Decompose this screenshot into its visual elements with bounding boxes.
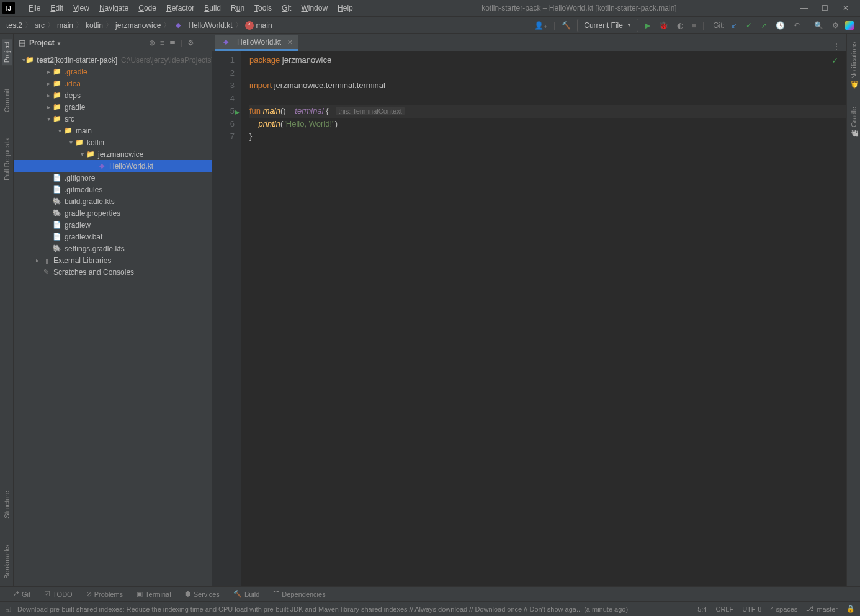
tree-item--gitmodules[interactable]: 📄.gitmodules <box>14 184 212 195</box>
run-icon[interactable]: ▶ <box>642 19 653 32</box>
status-message[interactable]: Download pre-built shared indexes: Reduc… <box>17 605 691 613</box>
tool-project[interactable]: Project <box>2 39 12 65</box>
btool-terminal[interactable]: ▣Terminal <box>130 588 177 600</box>
menu-tools[interactable]: Tools <box>249 1 277 15</box>
tool-notifications[interactable]: 🔔Notifications <box>848 39 859 92</box>
coverage-icon[interactable]: ◐ <box>674 19 686 32</box>
chevron-right-icon: 〉 <box>25 20 32 30</box>
caret-position[interactable]: 5:4 <box>697 605 707 613</box>
indent-settings[interactable]: 4 spaces <box>770 605 797 613</box>
run-gutter-icon[interactable]: ▶ <box>235 106 240 119</box>
ide-update-icon[interactable] <box>845 21 854 30</box>
tree-root[interactable]: ▾📁test2 [kotlin-starter-pack]C:\Users\je… <box>14 54 212 66</box>
btool-services[interactable]: ⬢Services <box>179 588 226 600</box>
rollback-icon[interactable]: ↶ <box>791 19 802 32</box>
menu-refactor[interactable]: Refactor <box>161 1 199 15</box>
git-push-icon[interactable]: ↗ <box>758 19 769 32</box>
menu-help[interactable]: Help <box>333 1 358 15</box>
inspection-ok-icon[interactable]: ✓ <box>831 55 839 65</box>
toolbar-right: 👤₊ | 🔨 Current File ▼ ▶ 🐞 ◐ ■ | Git: ↙ ✓… <box>532 19 854 32</box>
tree-item-main[interactable]: ▾📁main <box>14 125 212 136</box>
tree-item-helloworld-kt[interactable]: ◆HelloWorld.kt <box>14 160 212 172</box>
code-with-me-icon[interactable]: 👤₊ <box>532 19 550 32</box>
tree-item-kotlin[interactable]: ▾📁kotlin <box>14 136 212 148</box>
crumb-package[interactable]: jerzmanowice <box>115 21 161 30</box>
stop-icon[interactable]: ■ <box>689 19 699 32</box>
code-editor[interactable]: 12345▶67 package jerzmanowice import jer… <box>212 51 846 586</box>
tree-item-settings-gradle-kts[interactable]: 🐘settings.gradle.kts <box>14 243 212 254</box>
tool-windows-icon[interactable]: ◱ <box>5 605 11 613</box>
tool-structure[interactable]: Structure <box>2 488 12 521</box>
tree-item-gradle-properties[interactable]: 🐘gradle.properties <box>14 207 212 219</box>
btool-problems[interactable]: ⊘Problems <box>80 588 129 600</box>
menu-file[interactable]: File <box>24 1 45 15</box>
menu-run[interactable]: Run <box>226 1 249 15</box>
crumb-test2[interactable]: test2 <box>6 21 22 30</box>
select-opened-file-icon[interactable]: ⊕ <box>149 38 155 47</box>
minimize-icon[interactable]: — <box>800 4 809 12</box>
file-encoding[interactable]: UTF-8 <box>742 605 761 613</box>
tool-pull-requests[interactable]: Pull Requests <box>2 136 12 183</box>
project-view-icon: ▤ <box>19 38 25 47</box>
run-configuration-select[interactable]: Current File ▼ <box>577 19 638 32</box>
crumb-src[interactable]: src <box>35 21 45 30</box>
tree-item-build-gradle-kts[interactable]: 🐘build.gradle.kts <box>14 195 212 207</box>
tree-item--gradle[interactable]: ▸📁.gradle <box>14 66 212 78</box>
editor-tab-helloworld[interactable]: ◆ HelloWorld.kt × <box>215 35 298 51</box>
history-icon[interactable]: 🕓 <box>773 19 787 32</box>
line-number-gutter[interactable]: 12345▶67 <box>212 51 241 586</box>
left-tool-stripe: Project Commit Pull Requests Structure B… <box>0 34 14 586</box>
tree-item-jerzmanowice[interactable]: ▾📁jerzmanowice <box>14 148 212 160</box>
hide-panel-icon[interactable]: — <box>199 38 207 47</box>
menu-git[interactable]: Git <box>277 1 296 15</box>
tree-item-scratches-and-consoles[interactable]: ✎Scratches and Consoles <box>14 266 212 278</box>
tool-gradle[interactable]: 🐘Gradle <box>848 104 859 140</box>
project-tree[interactable]: ▾📁test2 [kotlin-starter-pack]C:\Users\je… <box>14 51 212 586</box>
settings-icon[interactable]: ⚙ <box>830 19 841 32</box>
close-icon[interactable]: ✕ <box>843 4 851 12</box>
git-label: Git: <box>713 21 725 30</box>
git-branch[interactable]: ⎇master <box>806 605 838 613</box>
crumb-kotlin[interactable]: kotlin <box>86 21 103 30</box>
tree-item--idea[interactable]: ▸📁.idea <box>14 78 212 89</box>
tab-options-icon[interactable]: ⋮ <box>833 42 846 51</box>
line-separator[interactable]: CRLF <box>715 605 733 613</box>
tool-commit[interactable]: Commit <box>2 86 12 115</box>
menu-navigate[interactable]: Navigate <box>94 1 133 15</box>
menu-edit[interactable]: Edit <box>45 1 68 15</box>
project-panel-title[interactable]: Project ▼ <box>29 38 145 47</box>
debug-icon[interactable]: 🐞 <box>656 19 671 32</box>
tree-item-deps[interactable]: ▸📁deps <box>14 89 212 101</box>
kotlin-file-icon: ◆ <box>221 37 231 47</box>
search-everywhere-icon[interactable]: 🔍 <box>812 19 826 32</box>
tree-item-gradlew[interactable]: 📄gradlew <box>14 219 212 231</box>
expand-all-icon[interactable]: ≡ <box>160 38 164 47</box>
maximize-icon[interactable]: ☐ <box>822 4 830 12</box>
menu-view[interactable]: View <box>68 1 94 15</box>
tree-item-src[interactable]: ▾📁src <box>14 113 212 125</box>
tree-item--gitignore[interactable]: 📄.gitignore <box>14 172 212 184</box>
menu-build[interactable]: Build <box>199 1 226 15</box>
crumb-main[interactable]: main <box>57 21 73 30</box>
btool-git[interactable]: ⎇Git <box>5 588 37 600</box>
menu-window[interactable]: Window <box>296 1 333 15</box>
panel-settings-icon[interactable]: ⚙ <box>187 38 194 47</box>
collapse-all-icon[interactable]: ≣ <box>169 38 176 47</box>
close-tab-icon[interactable]: × <box>287 37 292 47</box>
todo-icon: ☑ <box>44 590 50 598</box>
btool-build[interactable]: 🔨Build <box>227 588 266 600</box>
crumb-function[interactable]: main <box>256 21 272 30</box>
tree-item-gradle[interactable]: ▸📁gradle <box>14 101 212 113</box>
tool-bookmarks[interactable]: Bookmarks <box>2 542 12 581</box>
crumb-file[interactable]: HelloWorld.kt <box>188 21 232 30</box>
code-content[interactable]: package jerzmanowice import jerzmanowice… <box>241 51 846 586</box>
lock-icon[interactable]: 🔒 <box>846 605 855 613</box>
tree-item-external-libraries[interactable]: ▸⫼External Libraries <box>14 254 212 266</box>
btool-todo[interactable]: ☑TODO <box>38 588 79 600</box>
git-commit-icon[interactable]: ✓ <box>743 19 755 32</box>
btool-dependencies[interactable]: ☷Dependencies <box>267 588 331 600</box>
git-pull-icon[interactable]: ↙ <box>728 19 740 32</box>
tree-item-gradlew-bat[interactable]: 📄gradlew.bat <box>14 231 212 243</box>
build-icon[interactable]: 🔨 <box>559 19 573 32</box>
menu-code[interactable]: Code <box>133 1 161 15</box>
